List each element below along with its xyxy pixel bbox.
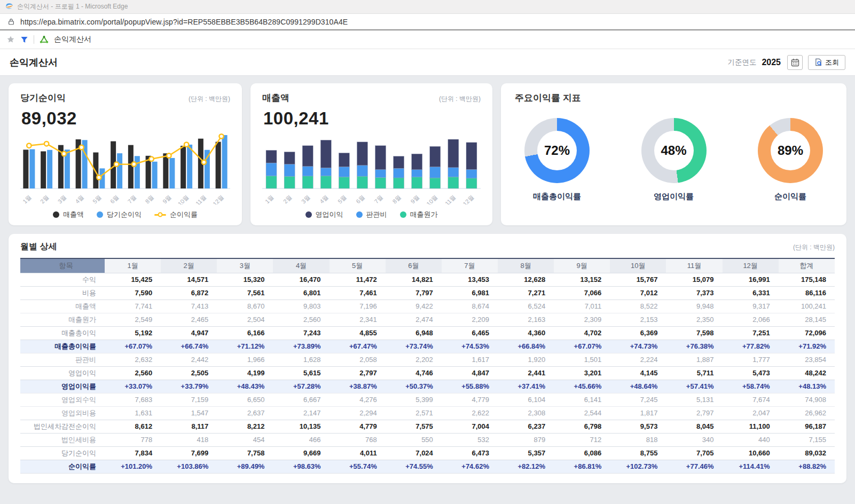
stack-영업이익-11월 <box>448 139 459 168</box>
monthly-detail-card: 월별 상세 (단위 : 백만원) 항목1월2월3월4월5월6월7월8월9월10월… <box>9 234 846 483</box>
row-label: 매출원가 <box>20 313 105 326</box>
gauge-label: 순이익률 <box>774 192 806 202</box>
column-header-8월: 8월 <box>498 258 554 273</box>
cell-순이익률-1월: +101.20% <box>105 460 161 473</box>
cell-매출액-합계: 100,241 <box>779 300 835 313</box>
revenue-chart: 1월2월3월4월5월6월7월8월9월10월11월12월 <box>262 130 481 207</box>
search-button[interactable]: 조회 <box>808 55 845 70</box>
x-axis-label: 10월 <box>177 194 190 204</box>
line-marker-3월 <box>62 152 66 156</box>
favorites-divider <box>34 35 34 44</box>
cell-매출총이익률-6월: +73.74% <box>386 340 442 353</box>
legend-item-매출원가[interactable]: 매출원가 <box>400 210 438 219</box>
search-button-label: 조회 <box>825 58 839 67</box>
x-axis-label: 8월 <box>391 194 402 204</box>
cell-법인세비용-8월: 879 <box>498 433 554 446</box>
cell-영업외비용-8월: 2,308 <box>498 406 554 420</box>
row-label: 판관비 <box>20 353 105 366</box>
cell-수익-11월: 15,079 <box>666 273 722 286</box>
x-axis-label: 5월 <box>336 194 348 204</box>
gauge-영업이익률: 48%영업이익률 <box>641 118 707 202</box>
revenue-card: 매출액 (단위 : 백만원) 100,241 1월2월3월4월5월6월7월8월9… <box>250 83 492 225</box>
cell-법인세비용-3월: 454 <box>217 433 273 446</box>
cell-영업이익률-11월: +57.41% <box>666 380 722 393</box>
profit-ratio-gauges: 72%매출총이익률48%영업이익률89%순이익률 <box>515 118 833 202</box>
cell-매출원가-5월: 2,341 <box>330 313 386 326</box>
cell-수익-2월: 14,571 <box>161 273 217 286</box>
cell-매출총이익률-3월: +71.12% <box>217 340 273 353</box>
cell-영업외수익-8월: 6,104 <box>498 393 554 406</box>
stack-영업이익-10월 <box>430 146 441 167</box>
cell-매출원가-합계: 28,145 <box>779 313 835 326</box>
cell-법인세비용-1월: 778 <box>105 433 161 446</box>
cell-법인세비용-9월: 712 <box>554 433 610 446</box>
cell-비용-7월: 6,981 <box>442 286 498 300</box>
base-year-value[interactable]: 2025 <box>762 58 781 67</box>
cell-매출원가-7월: 2,209 <box>442 313 498 326</box>
cell-매출총이익률-12월: +77.82% <box>723 340 779 353</box>
calendar-button[interactable] <box>787 55 803 70</box>
cell-법인세차감전순이익-10월: 9,573 <box>610 420 666 433</box>
legend-item-영업이익[interactable]: 영업이익 <box>305 210 343 219</box>
column-header-3월: 3월 <box>217 258 273 273</box>
favorites-page-title[interactable]: 손익계산서 <box>54 35 91 44</box>
cell-비용-5월: 7,461 <box>330 286 386 300</box>
table-row-영업외수익: 영업외수익7,6837,1596,6506,6674,2765,3994,779… <box>20 393 835 406</box>
x-axis-label: 12월 <box>461 194 475 204</box>
cell-영업외수익-5월: 4,276 <box>330 393 386 406</box>
cell-법인세차감전순이익-6월: 7,575 <box>386 420 442 433</box>
cell-영업이익률-1월: +33.07% <box>105 380 161 393</box>
cell-비용-11월: 7,373 <box>666 286 722 300</box>
stack-판관비-4월 <box>320 168 331 176</box>
bar-당기순이익-9월 <box>169 158 175 188</box>
legend-item-판관비[interactable]: 판관비 <box>356 210 387 219</box>
cell-영업외수익-2월: 7,159 <box>161 393 217 406</box>
filter-icon[interactable] <box>20 36 28 44</box>
x-axis-label: 11월 <box>194 194 207 204</box>
cell-판관비-12월: 1,777 <box>723 353 779 366</box>
legend-item-순이익률[interactable]: 순이익률 <box>154 210 198 219</box>
cell-영업이익-9월: 3,201 <box>554 366 610 380</box>
cell-판관비-4월: 1,628 <box>273 353 329 366</box>
cell-매출원가-4월: 2,560 <box>273 313 329 326</box>
page-title: 손익계산서 <box>10 56 58 69</box>
legend-item-당기순이익[interactable]: 당기순이익 <box>97 210 142 219</box>
url-text[interactable]: https://epa.bimatrix.com/portal/popupVie… <box>20 18 348 26</box>
cell-매출액-8월: 6,524 <box>498 300 554 313</box>
star-icon[interactable] <box>6 35 15 44</box>
table-row-매출원가: 매출원가2,5492,4652,5042,5602,3412,4742,2092… <box>20 313 835 326</box>
cell-영업외수익-11월: 5,131 <box>666 393 722 406</box>
address-bar[interactable]: https://epa.bimatrix.com/portal/popupVie… <box>0 14 855 30</box>
cell-판관비-3월: 1,966 <box>217 353 273 366</box>
x-axis-label: 2월 <box>282 194 293 204</box>
cell-당기순이익-합계: 89,032 <box>779 446 835 460</box>
cell-매출원가-1월: 2,549 <box>105 313 161 326</box>
cell-순이익률-8월: +82.12% <box>498 460 554 473</box>
cell-영업외비용-10월: 1,817 <box>610 406 666 420</box>
cell-영업이익-8월: 2,441 <box>498 366 554 380</box>
legend-label: 판관비 <box>366 210 387 219</box>
cell-영업이익-7월: 4,847 <box>442 366 498 380</box>
legend-item-매출액[interactable]: 매출액 <box>53 210 84 219</box>
cell-법인세차감전순이익-11월: 8,045 <box>666 420 722 433</box>
line-marker-9월 <box>167 153 171 158</box>
cell-판관비-2월: 2,442 <box>161 353 217 366</box>
cell-수익-5월: 11,472 <box>330 273 386 286</box>
cell-영업외비용-5월: 2,294 <box>330 406 386 420</box>
stack-매출원가-12월 <box>466 178 477 188</box>
net-income-chart: 1월2월3월4월5월6월7월8월9월10월11월12월 <box>20 130 230 207</box>
cell-매출총이익-10월: 6,369 <box>610 326 666 340</box>
cell-영업외수익-12월: 7,674 <box>723 393 779 406</box>
cell-영업외비용-7월: 2,622 <box>442 406 498 420</box>
cell-당기순이익-7월: 6,473 <box>442 446 498 460</box>
cell-매출액-5월: 7,196 <box>330 300 386 313</box>
cell-수익-6월: 14,821 <box>386 273 442 286</box>
cell-법인세비용-합계: 7,155 <box>779 433 835 446</box>
row-label: 수익 <box>20 273 105 286</box>
cell-매출액-6월: 9,422 <box>386 300 442 313</box>
cell-매출총이익률-11월: +76.38% <box>666 340 722 353</box>
cell-영업외비용-6월: 2,571 <box>386 406 442 420</box>
cell-당기순이익-12월: 10,660 <box>723 446 779 460</box>
cell-영업이익률-5월: +38.87% <box>330 380 386 393</box>
cell-매출액-4월: 9,803 <box>273 300 329 313</box>
